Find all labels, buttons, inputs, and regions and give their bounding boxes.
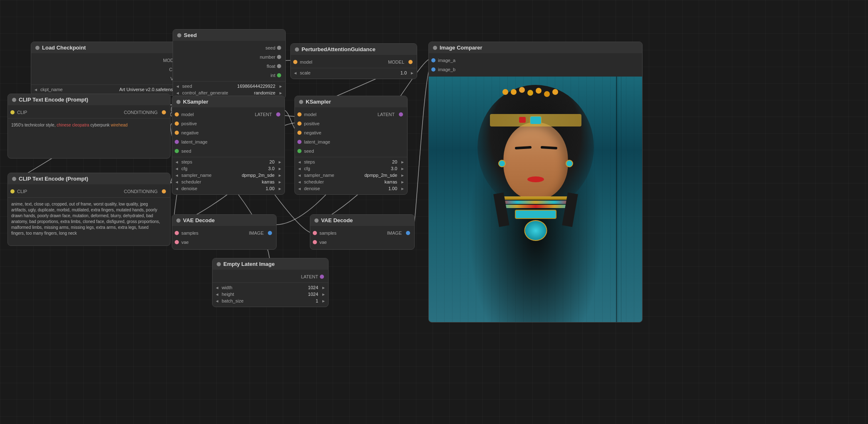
- vae-decode2-body: samples IMAGE vae: [310, 226, 414, 249]
- clip-neg-input-port[interactable]: [10, 189, 15, 193]
- clip-pos-text-area[interactable]: 1950's technicolor style, chinese cleopa…: [8, 120, 149, 131]
- pag-model-input-port[interactable]: [293, 60, 297, 64]
- float-out-port[interactable]: [277, 64, 281, 68]
- pag-scale-value: 1.0: [401, 70, 407, 75]
- ks1-seed-port[interactable]: [175, 149, 179, 153]
- ckpt-name-row: ◄ ckpt_name Art Universe v2.0.safetensor…: [31, 86, 189, 93]
- ks2-scheduler-arrow-right[interactable]: ►: [401, 180, 405, 184]
- ks1-negative-port[interactable]: [175, 131, 179, 135]
- conditioning-pos-output-label: CONDITIONING: [124, 110, 158, 115]
- pag-scale-arrow-right[interactable]: ►: [410, 71, 414, 75]
- vae1-vae-port[interactable]: [175, 240, 179, 244]
- ks2-cfg-arrow-right[interactable]: ►: [401, 166, 405, 171]
- image-a-label: image_a: [438, 58, 455, 63]
- ks1-cfg-arrow-left[interactable]: ◄: [175, 166, 179, 171]
- vae2-vae-port[interactable]: [313, 240, 317, 244]
- batch-arrow-right[interactable]: ►: [321, 299, 326, 303]
- pag-model-output-port[interactable]: [408, 60, 413, 64]
- vae2-image-port[interactable]: [406, 231, 410, 235]
- ks2-latent-image-port[interactable]: [297, 140, 302, 144]
- ksampler2-status-dot: [299, 100, 303, 104]
- ks1-cfg-arrow-right[interactable]: ►: [278, 166, 282, 171]
- conditioning-neg-output-label: CONDITIONING: [124, 189, 158, 194]
- clip-neg-text-area[interactable]: anime, text, close up, cropped, out of f…: [8, 199, 166, 239]
- width-arrow-left[interactable]: ◄: [215, 285, 219, 290]
- vae2-samples-row: samples IMAGE: [310, 228, 414, 238]
- image-a-port[interactable]: [431, 58, 435, 62]
- int-out-label: int: [270, 73, 275, 78]
- ks2-steps-arrow-right[interactable]: ►: [401, 160, 405, 164]
- image-b-port[interactable]: [431, 67, 435, 72]
- vae-decode1-header: VAE Decode: [172, 215, 276, 226]
- ks1-positive-port[interactable]: [175, 121, 179, 126]
- number-out-port[interactable]: [277, 55, 281, 59]
- height-row: ◄ height 1024 ►: [213, 291, 328, 298]
- ksampler2-title: KSampler: [306, 99, 331, 105]
- empty-latent-out-port[interactable]: [320, 275, 324, 279]
- load-checkpoint-body: MODEL CLIP VAE ◄ ckpt_name Art Universe …: [31, 53, 189, 95]
- ksampler1-body: model LATENT positive negative latent_im…: [172, 107, 284, 194]
- vae1-samples-port[interactable]: [175, 231, 179, 235]
- ks2-negative-port[interactable]: [297, 131, 302, 135]
- conditioning-pos-output-port[interactable]: [162, 110, 166, 114]
- ks1-steps-arrow-right[interactable]: ►: [278, 160, 282, 164]
- ks1-model-row: model LATENT: [172, 110, 284, 119]
- pag-model-output-label: MODEL: [388, 60, 404, 64]
- seed-val-arrow-left[interactable]: ◄: [176, 84, 180, 89]
- empty-latent-header: Empty Latent Image: [213, 258, 328, 270]
- vae-decode2-title: VAE Decode: [321, 217, 353, 223]
- ks1-sampler-arrow-left[interactable]: ◄: [175, 173, 179, 178]
- conditioning-neg-output-port[interactable]: [162, 189, 166, 193]
- ks1-denoise-arrow-right[interactable]: ►: [278, 186, 282, 191]
- ks1-scheduler-arrow-right[interactable]: ►: [278, 180, 282, 184]
- ks1-steps-row: ◄ steps 20 ►: [172, 159, 284, 165]
- vae1-samples-row: samples IMAGE: [172, 228, 276, 238]
- control-arrow-right[interactable]: ►: [279, 91, 283, 95]
- pag-scale-arrow-left[interactable]: ◄: [293, 71, 297, 75]
- ks1-steps-arrow-left[interactable]: ◄: [175, 160, 179, 164]
- ks2-model-port[interactable]: [297, 112, 302, 117]
- int-out-port[interactable]: [277, 73, 281, 77]
- seed-out-port[interactable]: [277, 46, 281, 50]
- number-out-label: number: [260, 55, 275, 60]
- ks1-denoise-value: 1.00: [266, 186, 274, 191]
- height-arrow-right[interactable]: ►: [321, 292, 326, 297]
- ks1-sampler-arrow-right[interactable]: ►: [278, 173, 282, 178]
- ks2-cfg-arrow-left[interactable]: ◄: [297, 166, 302, 171]
- ks1-model-port[interactable]: [175, 112, 179, 117]
- ks2-steps-arrow-left[interactable]: ◄: [297, 160, 302, 164]
- vae1-image-port[interactable]: [268, 231, 272, 235]
- control-arrow-left[interactable]: ◄: [176, 91, 180, 95]
- ks2-seed-port[interactable]: [297, 149, 302, 153]
- ks2-sampler-arrow-left[interactable]: ◄: [297, 173, 302, 178]
- vae2-samples-port[interactable]: [313, 231, 317, 235]
- ks1-latent-label: LATENT: [255, 112, 272, 117]
- ks1-latent-port[interactable]: [276, 112, 280, 117]
- ks2-scheduler-label: scheduler: [304, 179, 383, 184]
- load-checkpoint-status-dot: [35, 46, 40, 50]
- ks1-scheduler-arrow-left[interactable]: ◄: [175, 180, 179, 184]
- vae2-vae-row: vae: [310, 238, 414, 247]
- ks2-latent-port[interactable]: [399, 112, 403, 117]
- clip-pos-input-port[interactable]: [10, 110, 15, 114]
- ks2-denoise-label: denoise: [304, 186, 387, 191]
- ckpt-arrow-left[interactable]: ◄: [34, 87, 38, 92]
- ks2-model-row: model LATENT: [295, 110, 407, 119]
- ks1-latent-image-port[interactable]: [175, 140, 179, 144]
- seed-title: Seed: [184, 32, 197, 38]
- vae-decode1-body: samples IMAGE vae: [172, 226, 276, 249]
- ks1-denoise-arrow-left[interactable]: ◄: [175, 186, 179, 191]
- image-a-row: image_a: [429, 56, 642, 65]
- batch-arrow-left[interactable]: ◄: [215, 299, 219, 303]
- ks2-positive-port[interactable]: [297, 121, 302, 126]
- ks1-cfg-row: ◄ cfg 3.0 ►: [172, 165, 284, 172]
- ks2-denoise-arrow-left[interactable]: ◄: [297, 186, 302, 191]
- height-arrow-left[interactable]: ◄: [215, 292, 219, 297]
- ks2-negative-row: negative: [295, 128, 407, 137]
- ks2-sampler-arrow-right[interactable]: ►: [401, 173, 405, 178]
- ks2-scheduler-value: karras: [385, 179, 398, 184]
- width-arrow-right[interactable]: ►: [321, 285, 326, 290]
- seed-val-arrow-right[interactable]: ►: [279, 84, 283, 89]
- ks2-scheduler-arrow-left[interactable]: ◄: [297, 180, 302, 184]
- ks2-denoise-arrow-right[interactable]: ►: [401, 186, 405, 191]
